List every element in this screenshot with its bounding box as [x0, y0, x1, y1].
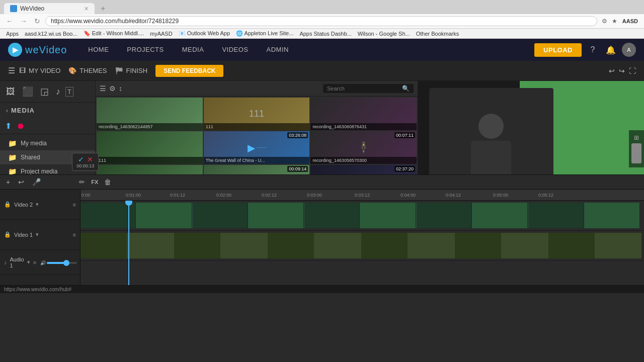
ruler-0: 0:00	[82, 193, 91, 198]
media-back-button[interactable]: ‹	[6, 107, 8, 114]
grid-sort-button[interactable]: ↕	[119, 84, 122, 93]
pin-check-icon[interactable]: ✓	[78, 155, 84, 163]
extension-icon[interactable]: ⚙	[600, 17, 609, 25]
browser-tab-active[interactable]: WeVideo ✕	[4, 3, 95, 14]
media-thumb-1[interactable]: recording_1463062144957	[97, 98, 203, 130]
media-thumb-7[interactable]: 20090529_Great_Wall_8185	[97, 165, 203, 174]
track-collapse-video2[interactable]: ▾	[36, 201, 39, 208]
bookmark-aasd[interactable]: aasd.k12.wi.us Boo...	[23, 30, 79, 37]
thumb-label-5: The Great Wall of China - U...	[204, 157, 310, 164]
new-tab-button[interactable]: +	[97, 3, 109, 14]
pencil-tool-button[interactable]: ✏	[77, 177, 87, 187]
track-lock-icon-video1[interactable]: 🔒	[4, 231, 11, 238]
themes-button[interactable]: 🎨 THEMES	[68, 67, 107, 74]
ruler-7: 0:04:00	[400, 193, 416, 198]
nav-home[interactable]: HOME	[79, 39, 118, 61]
clip-frame	[221, 233, 267, 258]
track-menu-video1[interactable]: ≡	[73, 232, 76, 238]
bookmark-myaasd[interactable]: myAASD	[148, 30, 175, 37]
bookmark-other[interactable]: Other Bookmarks	[414, 30, 461, 37]
thumb-duration-6: 00:07:11	[394, 132, 415, 138]
forward-button[interactable]: →	[18, 16, 29, 26]
track-menu-audio1[interactable]: ≡	[33, 259, 36, 265]
track-collapse-audio1[interactable]: ▾	[27, 259, 30, 265]
clip-frame	[80, 203, 136, 228]
status-bar: https://www.wevidio.com/hub#	[0, 285, 644, 293]
timeline-undo-button[interactable]: ↩	[16, 177, 26, 187]
redo-button[interactable]: ↪	[619, 67, 625, 75]
tab-favicon	[10, 5, 17, 12]
bookmark-outlook[interactable]: 📧 Outlook Web App	[177, 30, 232, 37]
thumb-duration-8: 00:09:14	[287, 166, 308, 172]
clip-frame	[127, 233, 174, 258]
pin-x-icon[interactable]: ✕	[87, 155, 93, 163]
media-nav-my-media[interactable]: 📁 My media	[0, 136, 95, 150]
transitions-tool-button[interactable]: ⬛	[20, 85, 35, 98]
nav-projects[interactable]: PROJECTS	[118, 39, 173, 61]
extension-icon-2[interactable]: ★	[610, 17, 619, 25]
browser-tab-bar: WeVideo ✕ +	[0, 0, 644, 14]
bookmark-appleton[interactable]: 🌐 Appleton Live Site...	[234, 30, 295, 37]
user-badge[interactable]: AASD	[620, 18, 640, 24]
clip-frame	[585, 203, 640, 228]
text-tool-button[interactable]: T	[65, 87, 73, 97]
media-upload-button[interactable]: ⬆	[4, 120, 13, 132]
my-media-label: My media	[21, 140, 47, 147]
my-video-button[interactable]: 🎞 MY VIDEO	[19, 67, 60, 74]
grid-list-toggle[interactable]: ☰	[100, 84, 106, 93]
media-thumb-8[interactable]: 😊 00:09:14 recording_1462558792000	[204, 165, 310, 174]
video2-clip[interactable]	[80, 203, 640, 228]
media-grid-panel: ☰ ⚙ ↕ 🔍 recording_1463062144957 111 111	[96, 81, 418, 174]
ruler-4: 0:02:12	[262, 193, 277, 198]
nav-admin[interactable]: ADMIN	[258, 39, 298, 61]
fullscreen-button[interactable]: ⛶	[629, 67, 636, 75]
hamburger-button[interactable]: ☰	[8, 66, 15, 75]
nav-videos[interactable]: VIDEOS	[213, 39, 257, 61]
music-tool-button[interactable]: ♪	[54, 85, 62, 98]
track-collapse-video1[interactable]: ▾	[36, 231, 39, 238]
upload-button[interactable]: UPLOAD	[534, 43, 582, 57]
finish-icon: 🏁	[115, 67, 123, 74]
video1-clip[interactable]	[80, 233, 641, 258]
undo-button[interactable]: ↩	[609, 67, 615, 75]
finish-button[interactable]: 🏁 FINISH	[115, 67, 148, 74]
notifications-button[interactable]: 🔔	[604, 43, 618, 57]
bookmark-apps-status[interactable]: Apps Status Dashb...	[297, 30, 353, 37]
clip-frame	[80, 233, 127, 258]
help-icon-button[interactable]: ?	[586, 43, 600, 57]
media-thumb-5[interactable]: ▶~~~~ 03:26:08 The Great Wall of China -…	[204, 131, 310, 164]
back-button[interactable]: ←	[4, 16, 15, 26]
search-input[interactable]	[327, 85, 402, 92]
nav-media[interactable]: MEDIA	[173, 39, 213, 61]
effects-tool-button[interactable]: ◲	[38, 85, 51, 98]
grid-filter-button[interactable]: ⚙	[109, 84, 116, 93]
media-thumb-2[interactable]: 111 111	[204, 98, 310, 130]
track-row-video2	[80, 201, 644, 231]
url-input[interactable]	[45, 16, 597, 26]
refresh-button[interactable]: ↻	[32, 16, 42, 26]
bookmark-wilson[interactable]: Wilson - Google Sh...	[356, 30, 412, 37]
playhead[interactable]	[128, 201, 129, 285]
bookmark-edit[interactable]: 🔖 Edit - Wilson Middl....	[82, 30, 146, 37]
preview-crop-icon[interactable]: ⊞	[634, 134, 639, 141]
media-thumb-9[interactable]: Raiders Recycle 02:37:20 1-22-16 Wilson …	[310, 165, 417, 174]
feedback-button[interactable]: SEND FEEDBACK	[155, 65, 223, 77]
media-thumb-6[interactable]: 🕴 00:07:11 recording_1463058570300	[310, 131, 417, 164]
media-tool-button[interactable]: 🖼	[4, 85, 17, 98]
tab-close-icon[interactable]: ✕	[84, 6, 89, 12]
bookmark-apps[interactable]: Apps	[4, 30, 21, 37]
media-record-button[interactable]: ⏺	[16, 121, 26, 132]
delete-tool-button[interactable]: 🗑	[102, 177, 113, 187]
user-avatar[interactable]: A	[622, 43, 636, 57]
track-lock-icon-video2[interactable]: 🔒	[4, 201, 11, 208]
clip-frame	[595, 233, 641, 258]
track-menu-video2[interactable]: ≡	[73, 202, 76, 208]
fx-button[interactable]: FX	[89, 178, 100, 186]
media-thumb-3[interactable]: recording_1463060876431	[310, 98, 417, 130]
thumb-label-4: 111	[97, 157, 203, 164]
media-section-title: MEDIA	[11, 107, 35, 114]
timeline-mic-button[interactable]: 🎤	[30, 177, 43, 187]
media-thumb-4[interactable]: 111	[97, 131, 203, 164]
timeline-add-button[interactable]: +	[4, 177, 12, 187]
clip-frame	[408, 233, 454, 258]
